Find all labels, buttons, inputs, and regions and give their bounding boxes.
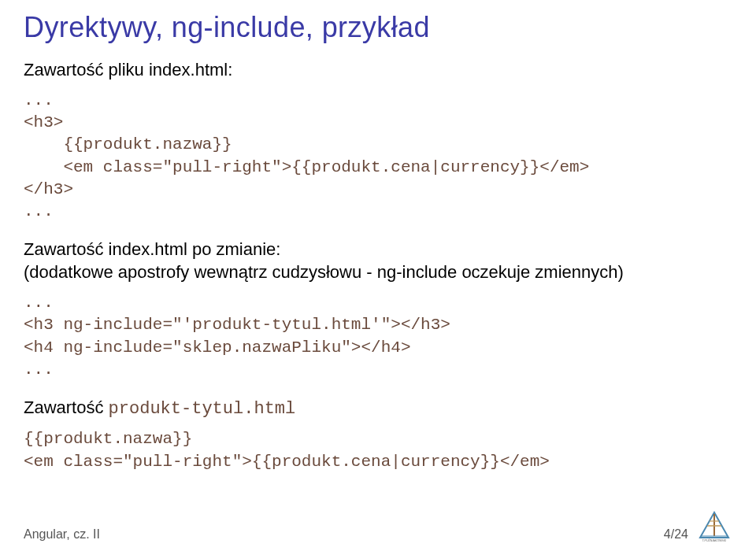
slide-footer: Angular, cz. II 4/24 T.PUŹNIAKOWSKI — [24, 510, 732, 542]
footer-right-group: 4/24 T.PUŹNIAKOWSKI — [664, 510, 732, 542]
paragraph-after-change: Zawartość index.html po zmianie: — [24, 238, 732, 261]
code-block-1: ... <h3> {{produkt.nazwa}} <em class="pu… — [24, 90, 732, 224]
logo-caption: T.PUŹNIAKOWSKI — [702, 538, 726, 542]
code-block-3: {{produkt.nazwa}} <em class="pull-right"… — [24, 428, 732, 473]
slide-title: Dyrektywy, ng-include, przykład — [24, 11, 732, 44]
footer-page-number: 4/24 — [664, 527, 688, 542]
paragraph-apostrophes-note: (dodatkowe apostrofy wewnątrz cudzysłowu… — [24, 261, 732, 284]
slide: Dyrektywy, ng-include, przykład Zawartoś… — [0, 0, 756, 551]
code-block-2: ... <h3 ng-include="'produkt-tytul.html'… — [24, 292, 732, 381]
paragraph-file-index: Zawartość pliku index.html: — [24, 58, 732, 82]
paragraph-produkt-tytul-prefix: Zawartość — [24, 398, 109, 417]
paragraph-produkt-tytul: Zawartość produkt-tytul.html — [24, 396, 732, 421]
logo-icon: T.PUŹNIAKOWSKI — [696, 510, 732, 542]
footer-left: Angular, cz. II — [24, 527, 100, 542]
inline-code-filename: produkt-tytul.html — [109, 399, 296, 419]
slide-body: Zawartość pliku index.html: ... <h3> {{p… — [24, 58, 732, 473]
